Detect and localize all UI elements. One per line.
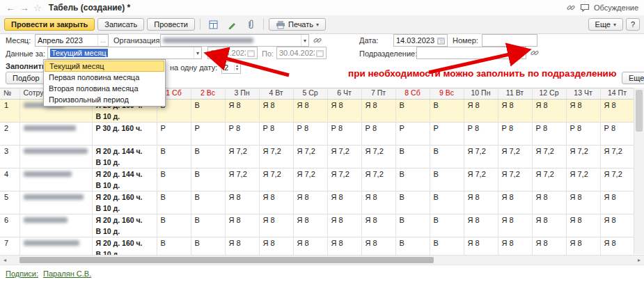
- dropdown-item[interactable]: Текущий месяц: [45, 61, 164, 72]
- summary-cell[interactable]: Я 20 д. 144 ч.В 10 д.: [92, 145, 157, 168]
- calendar-icon[interactable]: [437, 37, 445, 45]
- day-header[interactable]: 8 Сб: [395, 88, 430, 99]
- day-cell[interactable]: Р 8: [566, 122, 600, 145]
- day-header[interactable]: 13 Чт: [566, 88, 600, 99]
- pick-button[interactable]: Подбор: [6, 72, 47, 84]
- day-cell[interactable]: Я 8: [464, 214, 498, 237]
- day-header[interactable]: 5 Ср: [293, 88, 327, 99]
- day-cell[interactable]: Я 8: [225, 237, 259, 255]
- employee-name[interactable]: [19, 237, 92, 255]
- day-cell[interactable]: Я 7,2: [498, 145, 532, 168]
- signer-link[interactable]: Паралян С.В.: [43, 269, 91, 278]
- day-cell[interactable]: Я 7,2: [293, 145, 327, 168]
- day-cell[interactable]: Я 8: [327, 237, 361, 255]
- per-date-spinner[interactable]: 2 ▴▾: [221, 61, 241, 74]
- day-cell[interactable]: Я 8: [225, 214, 259, 237]
- summary-cell[interactable]: Я 20 д. 160 ч.В 10 д.: [92, 214, 157, 237]
- day-cell[interactable]: Я 8: [532, 214, 566, 237]
- table-row[interactable]: 3Я 20 д. 144 ч.В 10 д.ВВЯ 7,2Я 7,2Я 7,2Я…: [0, 145, 634, 168]
- employee-name[interactable]: [19, 122, 92, 145]
- day-cell[interactable]: Я 7,2: [532, 168, 566, 191]
- day-cell[interactable]: В: [191, 191, 225, 214]
- summary-cell[interactable]: Я 20 д. 160 ч.В 10 д.: [92, 191, 157, 214]
- day-header[interactable]: 10 Пн: [464, 88, 498, 99]
- day-cell[interactable]: Р 8: [327, 122, 361, 145]
- summary-cell[interactable]: Я 20 д. 144 ч.В 10 д.: [92, 168, 157, 191]
- employee-name[interactable]: [19, 168, 92, 191]
- calendar-icon[interactable]: [316, 49, 324, 57]
- day-cell[interactable]: Я 7,2: [600, 145, 634, 168]
- employee-name[interactable]: [19, 145, 92, 168]
- caret-down-icon[interactable]: ▾: [301, 35, 306, 46]
- day-cell[interactable]: В: [157, 214, 191, 237]
- day-cell[interactable]: В: [430, 237, 464, 255]
- day-cell[interactable]: Р 8: [225, 122, 259, 145]
- summary-cell[interactable]: Р 30 д. 160 ч.: [92, 122, 157, 145]
- day-cell[interactable]: В: [395, 214, 430, 237]
- day-cell[interactable]: Я 8: [464, 237, 498, 255]
- day-cell[interactable]: Я 8: [361, 191, 395, 214]
- day-header[interactable]: 11 Вт: [498, 88, 532, 99]
- day-cell[interactable]: В: [157, 145, 191, 168]
- day-header[interactable]: 4 Вт: [259, 88, 293, 99]
- scroll-right-icon[interactable]: ▸: [634, 257, 644, 263]
- day-cell[interactable]: Я 8: [566, 191, 600, 214]
- day-cell[interactable]: Р 8: [361, 122, 395, 145]
- table-row[interactable]: 6Я 20 д. 160 ч.В 10 д.ВВЯ 8Я 8Я 8Я 8Я 8В…: [0, 214, 634, 237]
- day-cell[interactable]: Я 8: [361, 214, 395, 237]
- num-header[interactable]: №: [0, 88, 19, 99]
- department-link-icon[interactable]: [530, 48, 540, 58]
- day-cell[interactable]: В: [191, 214, 225, 237]
- day-cell[interactable]: Я 8: [361, 237, 395, 255]
- vertical-scrollbar[interactable]: [634, 88, 644, 254]
- day-cell[interactable]: Я 8: [293, 237, 327, 255]
- table-row[interactable]: 5Я 20 д. 160 ч.В 10 д.ВВЯ 8Я 8Я 8Я 8Я 8В…: [0, 191, 634, 214]
- day-cell[interactable]: Р 8: [259, 122, 293, 145]
- day-header[interactable]: 12 Ср: [532, 88, 566, 99]
- data-for-combo[interactable]: Текущий месяц ▾: [47, 47, 202, 59]
- day-cell[interactable]: Я 8: [600, 214, 634, 237]
- day-cell[interactable]: Я 7,2: [327, 145, 361, 168]
- day-cell[interactable]: Я 8: [464, 99, 498, 122]
- day-cell[interactable]: В: [191, 99, 225, 122]
- day-cell[interactable]: Я 8: [566, 99, 600, 122]
- day-cell[interactable]: Я 8: [293, 191, 327, 214]
- day-cell[interactable]: Я 8: [259, 237, 293, 255]
- day-header[interactable]: 7 Пт: [361, 88, 395, 99]
- day-header[interactable]: 3 Пн: [225, 88, 259, 99]
- day-cell[interactable]: Я 8: [498, 237, 532, 255]
- day-cell[interactable]: В: [157, 168, 191, 191]
- employee-name[interactable]: [19, 214, 92, 237]
- day-cell[interactable]: Я 8: [259, 99, 293, 122]
- day-cell[interactable]: Я 8: [327, 99, 361, 122]
- day-cell[interactable]: В: [191, 145, 225, 168]
- day-cell[interactable]: В: [395, 237, 430, 255]
- month-choose-icon[interactable]: …: [97, 35, 106, 46]
- day-cell[interactable]: Я 7,2: [532, 145, 566, 168]
- day-cell[interactable]: В: [395, 145, 430, 168]
- summary-cell[interactable]: Я 20 д. 160 ч.В 10 д.: [92, 237, 157, 255]
- day-cell[interactable]: Я 8: [532, 191, 566, 214]
- scroll-left-icon[interactable]: ◂: [0, 257, 10, 263]
- day-cell[interactable]: Я 7,2: [600, 168, 634, 191]
- day-cell[interactable]: Я 7,2: [293, 168, 327, 191]
- day-cell[interactable]: В: [430, 191, 464, 214]
- day-cell[interactable]: В: [430, 214, 464, 237]
- day-cell[interactable]: Я 8: [361, 99, 395, 122]
- employee-name[interactable]: [19, 191, 92, 214]
- day-cell[interactable]: Я 7,2: [259, 168, 293, 191]
- day-cell[interactable]: Я 8: [293, 214, 327, 237]
- day-cell[interactable]: Я 7,2: [259, 145, 293, 168]
- table-row[interactable]: 7Я 20 д. 160 ч.В 10 д.ВВЯ 8Я 8Я 8Я 8Я 8В…: [0, 237, 634, 255]
- organization-input[interactable]: ▾: [160, 34, 309, 47]
- horizontal-scrollbar-thumb[interactable]: [19, 257, 434, 263]
- table-row[interactable]: 2Р 30 д. 160 ч.РРР 8Р 8Р 8Р 8Р 8РРР 8Р 8…: [0, 122, 634, 145]
- day-cell[interactable]: Я 8: [600, 237, 634, 255]
- day-cell[interactable]: Я 8: [225, 191, 259, 214]
- day-cell[interactable]: Я 8: [566, 214, 600, 237]
- day-cell[interactable]: В: [395, 168, 430, 191]
- day-cell[interactable]: Р: [157, 122, 191, 145]
- day-cell[interactable]: Я 8: [259, 191, 293, 214]
- day-cell[interactable]: В: [395, 99, 430, 122]
- day-cell[interactable]: Я 7,2: [361, 145, 395, 168]
